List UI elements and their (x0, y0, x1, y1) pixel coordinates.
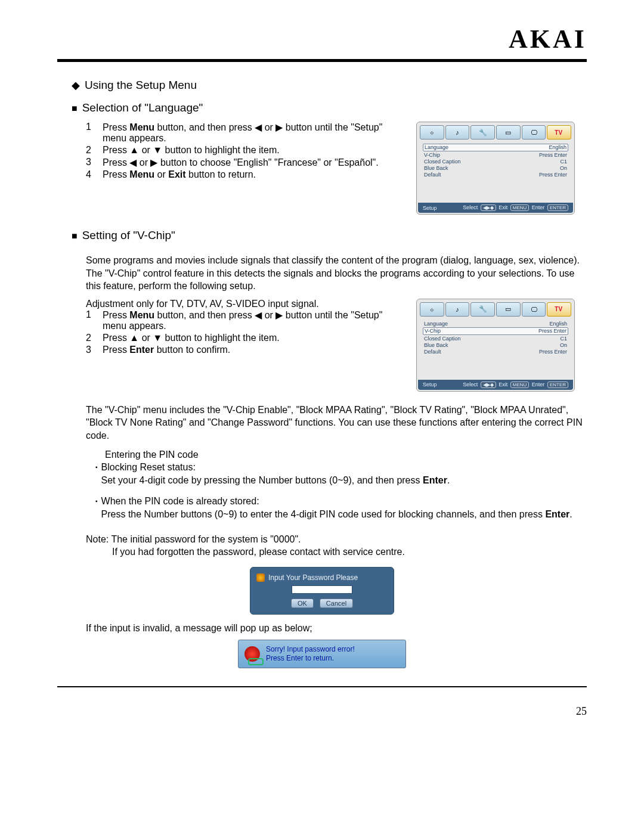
brand-logo: AKAI (57, 24, 587, 54)
osd-row[interactable]: DefaultPress Enter (423, 349, 568, 355)
osd-row[interactable]: LanguageEnglish (423, 321, 568, 327)
footer-divider (57, 686, 587, 687)
osd-body: LanguageEnglish V-ChipPress Enter Closed… (418, 318, 573, 380)
tab-picture-icon[interactable]: ⟐ (420, 125, 444, 139)
step-num: 2 (86, 333, 97, 343)
step-num: 3 (86, 157, 97, 168)
dialog-title: Input Your Password Please (268, 573, 358, 582)
tab-screen-icon[interactable]: 🖵 (522, 125, 546, 139)
note: Note: The initial password for the syste… (86, 533, 587, 559)
step-num: 1 (86, 122, 97, 144)
bullet-icon (95, 461, 98, 486)
vchip-desc2: The "V-Chip" menu includes the "V-Chip E… (86, 404, 587, 442)
section-title-text: Using the Setup Menu (85, 79, 197, 92)
osd-footer: Setup Select ◀▶◆ Exit MENU Enter ENTER (418, 203, 573, 213)
osd-row[interactable]: DefaultPress Enter (423, 172, 568, 178)
osd-row-selected[interactable]: LanguageEnglish (423, 144, 568, 151)
vchip-intro: Some programs and movies include signals… (86, 254, 587, 293)
subsection-language: Selection of "Language" (72, 101, 587, 114)
ok-button[interactable]: OK (291, 599, 314, 608)
subsection-vchip: Setting of "V-Chip" (72, 229, 587, 242)
osd-tabs: ⟐ ♪ 🔧 ▭ 🖵 TV (418, 300, 573, 318)
subsection-language-text: Selection of "Language" (82, 101, 203, 114)
vchip-steps: Adjustment only for TV, DTV, AV, S-VIDEO… (86, 299, 404, 356)
osd-body: LanguageEnglish V-ChipPress Enter Closed… (418, 141, 573, 203)
step-text: Press ▲ or ▼ button to highlight the ite… (103, 145, 280, 156)
cancel-button[interactable]: Cancel (320, 599, 353, 608)
osd-row[interactable]: Closed CaptionC1 (423, 159, 568, 165)
osd-row[interactable]: Closed CaptionC1 (423, 336, 568, 342)
error-text: Sorry! Input password error!Press Enter … (266, 645, 355, 663)
step-text: Press Menu button, and then press ◀ or ▶… (103, 309, 404, 331)
invalid-line: If the input is invalid, a message will … (86, 623, 587, 634)
osd-tabs: ⟐ ♪ 🔧 ▭ 🖵 TV (418, 123, 573, 141)
tab-tv-icon[interactable]: TV (547, 125, 571, 139)
bullet1: Blocking Reset status: Set your 4-digit … (101, 461, 450, 486)
section-title: Using the Setup Menu (72, 79, 587, 92)
error-icon (244, 646, 260, 662)
osd-footer: Setup Select ◀▶◆ Exit MENU Enter ENTER (418, 380, 573, 390)
tab-channel-icon[interactable]: ▭ (496, 302, 521, 317)
step-text: Press Menu button, and then press ◀ or ▶… (103, 122, 404, 144)
error-dialog: Sorry! Input password error!Press Enter … (238, 640, 406, 668)
pin-title: Entering the PIN code (105, 448, 587, 461)
tab-sound-icon[interactable]: ♪ (445, 125, 470, 139)
password-dialog: Input Your Password Please OK Cancel (250, 567, 394, 615)
language-steps: 1 Press Menu button, and then press ◀ or… (86, 122, 404, 181)
page-number: 25 (57, 705, 587, 718)
subsection-vchip-text: Setting of "V-Chip" (82, 229, 175, 242)
bullet-icon (95, 495, 98, 520)
step-num: 3 (86, 345, 97, 355)
osd-setup-language: ⟐ ♪ 🔧 ▭ 🖵 TV LanguageEnglish V-ChipPress… (416, 122, 575, 215)
step-num: 4 (86, 169, 97, 180)
step-num: 1 (86, 309, 97, 331)
osd-row[interactable]: V-ChipPress Enter (423, 152, 568, 159)
osd-row[interactable]: Blue BackOn (423, 342, 568, 349)
divider (57, 59, 587, 62)
tab-picture-icon[interactable]: ⟐ (420, 302, 444, 317)
square-icon (72, 229, 78, 242)
osd-row[interactable]: Blue BackOn (423, 165, 568, 172)
adjust-note: Adjustment only for TV, DTV, AV, S-VIDEO… (86, 299, 404, 309)
step-num: 2 (86, 145, 97, 156)
tab-channel-icon[interactable]: ▭ (496, 125, 521, 139)
bullet2: When the PIN code is already stored: Pre… (101, 495, 572, 520)
tab-tool-icon[interactable]: 🔧 (470, 125, 495, 139)
tab-tool-icon[interactable]: 🔧 (470, 302, 495, 317)
tab-sound-icon[interactable]: ♪ (445, 302, 470, 317)
step-text: Press Enter button to confirm. (103, 345, 230, 355)
step-text: Press ▲ or ▼ button to highlight the ite… (103, 333, 280, 343)
password-input[interactable] (292, 585, 352, 594)
tab-tv-icon[interactable]: TV (547, 302, 571, 317)
step-text: Press Menu or Exit button to return. (103, 169, 256, 180)
diamond-icon (72, 79, 80, 92)
step-text: Press ◀ or ▶ button to choose "English" … (103, 157, 379, 168)
lock-icon (256, 573, 265, 582)
tab-screen-icon[interactable]: 🖵 (522, 302, 546, 317)
osd-setup-vchip: ⟐ ♪ 🔧 ▭ 🖵 TV LanguageEnglish V-ChipPress… (416, 299, 575, 392)
square-icon (72, 101, 78, 114)
osd-row-selected[interactable]: V-ChipPress Enter (423, 327, 568, 335)
